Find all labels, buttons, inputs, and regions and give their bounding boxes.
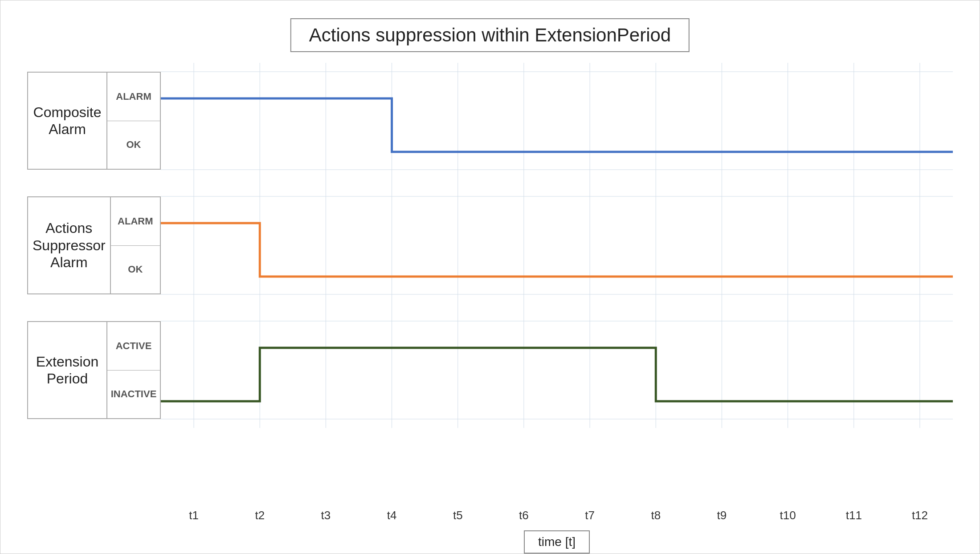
composite-alarm-label-box: Composite Alarm ALARM OK	[27, 72, 161, 170]
composite-alarm-states: ALARM OK	[106, 73, 160, 169]
suppressor-alarm-state-ok: OK	[111, 246, 160, 294]
x-tick-t10: t10	[755, 509, 821, 522]
chart-title: Actions suppression within ExtensionPeri…	[290, 18, 690, 52]
composite-alarm-waveform	[161, 98, 953, 152]
x-tick-t11: t11	[821, 509, 887, 522]
x-tick-t12: t12	[887, 509, 953, 522]
extension-period-label: Extension Period	[28, 322, 106, 418]
extension-period-waveform	[161, 348, 953, 401]
extension-period-states: ACTIVE INACTIVE	[106, 322, 160, 418]
chart-area: Composite Alarm ALARM OK Actions Suppres…	[27, 63, 953, 491]
x-tick-t6: t6	[491, 509, 557, 522]
x-tick-t9: t9	[689, 509, 755, 522]
extension-period-label-box: Extension Period ACTIVE INACTIVE	[27, 321, 161, 419]
waveform-svg	[161, 63, 953, 428]
x-tick-t5: t5	[425, 509, 491, 522]
x-tick-t7: t7	[557, 509, 623, 522]
composite-alarm-state-alarm: ALARM	[107, 73, 160, 121]
x-tick-t8: t8	[623, 509, 689, 522]
x-axis-label: time [t]	[524, 530, 590, 554]
chart-container: Actions suppression within ExtensionPeri…	[0, 0, 980, 554]
x-tick-t2: t2	[227, 509, 293, 522]
composite-alarm-label: Composite Alarm	[28, 73, 106, 169]
suppressor-alarm-waveform	[161, 223, 953, 277]
x-axis: t1 t2 t3 t4 t5 t6 t7 t8 t9 t10 t11 t12	[161, 509, 953, 522]
suppressor-alarm-state-alarm: ALARM	[111, 197, 160, 246]
x-tick-t4: t4	[359, 509, 425, 522]
extension-period-state-inactive: INACTIVE	[107, 371, 160, 419]
composite-alarm-state-ok: OK	[107, 121, 160, 169]
suppressor-alarm-label: Actions Suppressor Alarm	[28, 197, 110, 293]
x-tick-t1: t1	[161, 509, 227, 522]
x-tick-t3: t3	[293, 509, 359, 522]
suppressor-alarm-label-box: Actions Suppressor Alarm ALARM OK	[27, 196, 161, 294]
suppressor-alarm-states: ALARM OK	[110, 197, 160, 293]
extension-period-state-active: ACTIVE	[107, 322, 160, 371]
